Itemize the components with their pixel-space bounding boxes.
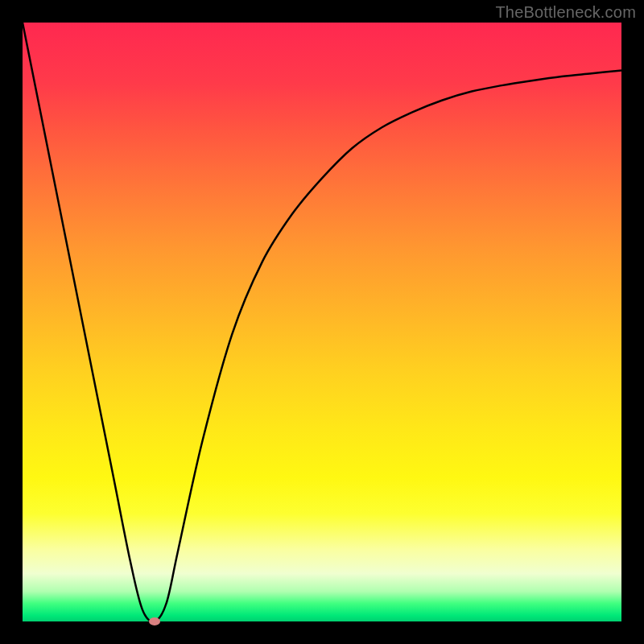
bottleneck-curve [23,23,621,621]
watermark-text: TheBottleneck.com [495,3,636,22]
optimum-marker [149,617,160,625]
plot-area [23,23,621,621]
